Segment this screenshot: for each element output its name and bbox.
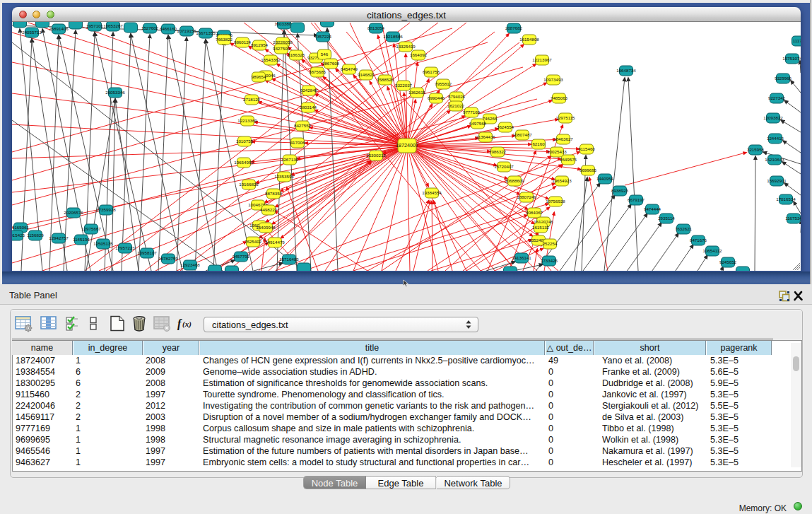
svg-text:1957101: 1957101 [86, 23, 104, 28]
svg-text:252254: 252254 [543, 241, 558, 246]
svg-text:20206576: 20206576 [64, 210, 83, 215]
svg-text:15692901: 15692901 [767, 178, 787, 183]
svg-text:16782759: 16782759 [158, 256, 178, 261]
svg-text:19654923: 19654923 [552, 178, 572, 183]
svg-text:15716485: 15716485 [279, 257, 299, 262]
svg-text:3267130: 3267130 [281, 157, 299, 162]
svg-text:9327500: 9327500 [273, 46, 290, 51]
svg-text:3915425: 3915425 [12, 233, 25, 238]
svg-text:7986322: 7986322 [489, 149, 507, 154]
svg-text:8471676: 8471676 [690, 238, 707, 243]
svg-text:16409948: 16409948 [256, 225, 276, 230]
svg-text:12093822: 12093822 [763, 115, 783, 120]
svg-text:8813054: 8813054 [367, 25, 385, 30]
svg-text:18724007: 18724007 [396, 142, 418, 148]
svg-text:2867608: 2867608 [322, 61, 340, 66]
svg-text:10973493: 10973493 [543, 77, 563, 82]
svg-text:9329966: 9329966 [775, 76, 792, 81]
svg-text:10807487: 10807487 [512, 132, 532, 137]
svg-text:10719155: 10719155 [177, 28, 196, 33]
svg-text:25300215: 25300215 [366, 153, 386, 158]
svg-text:6961758: 6961758 [423, 69, 440, 74]
svg-text:5322037: 5322037 [395, 83, 413, 88]
svg-text:3215958: 3215958 [747, 147, 765, 152]
svg-text:417006: 417006 [290, 140, 305, 145]
svg-text:6497568: 6497568 [469, 121, 487, 126]
svg-text:12923468: 12923468 [180, 262, 200, 267]
svg-text:3624554: 3624554 [497, 124, 514, 129]
svg-text:(x): (x) [182, 320, 192, 329]
svg-text:15751074: 15751074 [782, 56, 801, 61]
svg-text:6794024: 6794024 [448, 94, 466, 99]
svg-text:16671355: 16671355 [196, 30, 216, 35]
svg-text:2935114: 2935114 [658, 216, 675, 221]
svg-text:18463627: 18463627 [553, 136, 573, 141]
svg-text:9115460: 9115460 [578, 146, 595, 151]
svg-text:8860124: 8860124 [234, 40, 252, 45]
svg-text:12975115: 12975115 [555, 115, 575, 120]
svg-text:1362615: 1362615 [408, 90, 426, 95]
svg-text:1527602: 1527602 [141, 25, 159, 30]
svg-text:17957223: 17957223 [115, 245, 135, 250]
svg-text:10958107: 10958107 [137, 250, 157, 255]
svg-text:9474444: 9474444 [644, 206, 661, 211]
svg-text:16543362: 16543362 [261, 57, 281, 62]
svg-text:14136141: 14136141 [512, 255, 531, 260]
svg-text:8454749: 8454749 [341, 66, 358, 71]
svg-text:19654952: 19654952 [234, 160, 254, 165]
svg-text:8878354: 8878354 [265, 191, 283, 196]
svg-text:3875685: 3875685 [309, 69, 326, 74]
svg-text:12353594: 12353594 [274, 174, 294, 179]
svg-text:7632621: 7632621 [675, 226, 693, 231]
svg-text:26891406: 26891406 [49, 26, 69, 31]
svg-text:8912954: 8912954 [251, 42, 269, 47]
svg-text:19218586: 19218586 [383, 34, 403, 39]
svg-text:8186328: 8186328 [288, 52, 305, 57]
svg-text:1156829: 1156829 [27, 233, 44, 238]
svg-text:16648734: 16648734 [616, 68, 636, 73]
svg-text:2649575: 2649575 [560, 157, 577, 162]
svg-text:8427552: 8427552 [294, 123, 312, 128]
svg-text:1145194: 1145194 [73, 237, 90, 242]
svg-text:9245652: 9245652 [719, 259, 737, 264]
svg-text:2087682: 2087682 [505, 25, 523, 30]
svg-text:6466160: 6466160 [160, 26, 177, 31]
svg-text:9165061: 9165061 [12, 225, 30, 230]
svg-text:12213967: 12213967 [532, 57, 552, 62]
svg-text:9242848: 9242848 [300, 88, 318, 93]
svg-text:9084067: 9084067 [526, 210, 543, 215]
svg-text:989654: 989654 [252, 74, 266, 79]
svg-text:19384554: 19384554 [422, 190, 442, 195]
svg-text:12975667: 12975667 [81, 226, 101, 231]
svg-text:f: f [177, 317, 182, 330]
svg-text:10654112: 10654112 [702, 248, 722, 253]
svg-text:9146821: 9146821 [358, 72, 375, 77]
svg-text:10653267: 10653267 [103, 23, 123, 28]
svg-text:7357224: 7357224 [314, 34, 332, 39]
svg-text:1733426: 1733426 [541, 258, 558, 263]
svg-text:7485063: 7485063 [551, 95, 568, 100]
svg-text:1588520: 1588520 [377, 77, 394, 82]
svg-text:1440954: 1440954 [596, 176, 614, 181]
svg-text:746266: 746266 [483, 116, 498, 121]
svg-text:1244415: 1244415 [767, 136, 784, 141]
svg-text:1010755: 1010755 [236, 139, 254, 144]
svg-text:2803144: 2803144 [300, 105, 317, 110]
svg-text:62160: 62160 [532, 141, 545, 146]
svg-text:546: 546 [321, 52, 329, 57]
svg-text:7625402: 7625402 [245, 239, 262, 244]
svg-text:17016534: 17016534 [776, 197, 796, 201]
svg-text:10025433: 10025433 [547, 149, 567, 154]
svg-text:16154808: 16154808 [519, 37, 539, 42]
svg-text:15720407: 15720407 [494, 164, 514, 169]
svg-text:6699695: 6699695 [579, 168, 597, 173]
svg-text:16210643: 16210643 [765, 157, 784, 162]
svg-text:26053346: 26053346 [105, 90, 125, 95]
svg-text:18807249: 18807249 [517, 194, 536, 199]
svg-text:6679197: 6679197 [628, 197, 645, 202]
svg-text:1615132: 1615132 [532, 225, 550, 230]
svg-text:21364436: 21364436 [476, 134, 495, 139]
svg-text:12942757: 12942757 [49, 235, 69, 240]
svg-text:7663822: 7663822 [216, 37, 233, 42]
svg-text:17359928: 17359928 [96, 207, 116, 212]
